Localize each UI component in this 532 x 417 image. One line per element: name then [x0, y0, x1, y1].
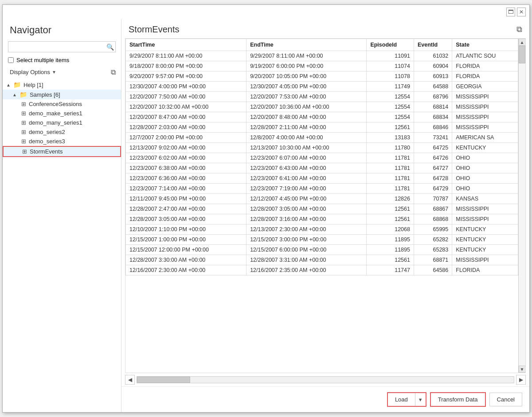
- search-box-wrap: 🔍: [3, 39, 121, 56]
- table-row: 12/23/2007 7:14:00 AM +00:0012/23/2007 7…: [126, 184, 518, 194]
- table-cell: 68867: [414, 204, 452, 214]
- folder-icon-samples: 📁: [20, 91, 27, 98]
- table-row: 12/11/2007 9:45:00 PM +00:0012/12/2007 4…: [126, 194, 518, 204]
- load-dropdown-button[interactable]: ▼: [415, 393, 426, 406]
- table-cell: 12/28/2007 3:05:00 AM +00:00: [246, 204, 367, 214]
- table-cell: 12/23/2007 6:07:00 AM +00:00: [246, 153, 367, 163]
- table-cell: OHIO: [452, 173, 518, 184]
- table-cell: 11781: [367, 163, 414, 173]
- table-cell: 12/12/2007 4:45:00 PM +00:00: [246, 194, 367, 204]
- table-cell: 60913: [414, 71, 452, 82]
- table-header-row: StartTime EndTime EpisodeId EventId Stat…: [126, 39, 518, 51]
- tree-item-demo-many-series1[interactable]: ⊞ demo_many_series1: [3, 118, 121, 127]
- table-row: 12/13/2007 9:02:00 AM +00:0012/13/2007 1…: [126, 143, 518, 153]
- title-bar: 🗖 ✕: [3, 5, 529, 19]
- export-icon[interactable]: ⧉: [516, 25, 522, 34]
- table-cell: 12554: [367, 112, 414, 122]
- tree-item-demo-series3[interactable]: ⊞ demo_series3: [3, 137, 121, 146]
- tree-item-samples[interactable]: ▲ 📁 Samples [6]: [3, 90, 121, 99]
- table-cell: 12561: [367, 214, 414, 224]
- scroll-right-button[interactable]: ▶: [516, 375, 526, 385]
- table-row: 12/15/2007 12:00:00 PM +00:0012/15/2007 …: [126, 245, 518, 255]
- tree-item-help[interactable]: ▲ 📁 Help [1]: [3, 80, 121, 90]
- table-cell: 68814: [414, 102, 452, 112]
- col-header-episodeid: EpisodeId: [367, 39, 414, 51]
- table-cell: MISSISSIPPI: [452, 92, 518, 102]
- cancel-button[interactable]: Cancel: [489, 393, 522, 406]
- title-bar-buttons: 🗖 ✕: [506, 8, 526, 16]
- left-panel: Navigator 🔍 Select multiple items Displa…: [3, 19, 121, 412]
- table-cell: 64726: [414, 153, 452, 163]
- close-button[interactable]: ✕: [517, 8, 526, 16]
- table-cell: 70787: [414, 194, 452, 204]
- table-cell: 68871: [414, 255, 452, 265]
- table-cell: 11749: [367, 82, 414, 92]
- h-scroll-track[interactable]: [137, 376, 514, 383]
- search-input[interactable]: [8, 41, 116, 52]
- tree-item-stormevents[interactable]: ⊞ StormEvents: [3, 146, 121, 157]
- h-scroll-thumb[interactable]: [137, 377, 190, 383]
- search-icon-button[interactable]: 🔍: [106, 43, 114, 51]
- table-cell: 11091: [367, 51, 414, 61]
- scroll-thumb[interactable]: [519, 46, 525, 63]
- select-multiple-checkbox[interactable]: [8, 57, 14, 63]
- refresh-icon-button[interactable]: ⧉: [111, 68, 116, 76]
- table-cell: 60904: [414, 61, 452, 71]
- table-body: 9/29/2007 8:11:00 AM +00:009/29/2007 8:1…: [126, 51, 518, 275]
- scroll-up-button[interactable]: ▲: [519, 39, 526, 46]
- table-cell: KENTUCKY: [452, 235, 518, 245]
- table-cell: 12/15/2007 6:00:00 PM +00:00: [246, 245, 367, 255]
- scroll-left-button[interactable]: ◀: [125, 375, 135, 385]
- tree-view: ▲ 📁 Help [1] ▲ 📁 Samples [6] ⊞ Conferenc…: [3, 79, 121, 412]
- table-cell: 64588: [414, 82, 452, 92]
- col-header-state: State: [452, 39, 518, 51]
- tree-item-demo-series2[interactable]: ⊞ demo_series2: [3, 127, 121, 137]
- col-header-endtime: EndTime: [246, 39, 367, 51]
- display-options-label: Display Options: [10, 69, 50, 75]
- table-icon-demo-many-series1: ⊞: [21, 119, 26, 126]
- table-cell: 64725: [414, 143, 452, 153]
- minimize-button[interactable]: 🗖: [506, 8, 515, 16]
- table-row: 9/29/2007 8:11:00 AM +00:009/29/2007 8:1…: [126, 51, 518, 61]
- table-cell: 12554: [367, 102, 414, 112]
- table-cell: 12/13/2007 10:30:00 AM +00:00: [246, 143, 367, 153]
- table-cell: KENTUCKY: [452, 224, 518, 235]
- col-header-eventid: EventId: [414, 39, 452, 51]
- table-cell: GEORGIA: [452, 82, 518, 92]
- table-cell: FLORIDA: [452, 265, 518, 275]
- tree-label-conferencesessions: ConferenceSessions: [29, 101, 82, 107]
- table-with-scrollbar: StartTime EndTime EpisodeId EventId Stat…: [125, 38, 526, 373]
- table-cell: 12561: [367, 255, 414, 265]
- tree-item-conferencesessions[interactable]: ⊞ ConferenceSessions: [3, 99, 121, 109]
- table-cell: 11895: [367, 235, 414, 245]
- display-options-button[interactable]: Display Options ▼: [8, 68, 58, 76]
- table-cell: 12/20/2007 8:48:00 AM +00:00: [246, 112, 367, 122]
- table-cell: OHIO: [452, 184, 518, 194]
- transform-data-button[interactable]: Transform Data: [430, 392, 486, 407]
- table-cell: 12/23/2007 6:36:00 AM +00:00: [126, 173, 246, 184]
- table-cell: 12561: [367, 204, 414, 214]
- table-cell: 11747: [367, 265, 414, 275]
- table-cell: 11781: [367, 173, 414, 184]
- scroll-down-button[interactable]: ▼: [519, 366, 526, 373]
- table-cell: 12/10/2007 1:10:00 PM +00:00: [126, 224, 246, 235]
- table-row: 12/28/2007 3:05:00 AM +00:0012/28/2007 3…: [126, 214, 518, 224]
- table-cell: MISSISSIPPI: [452, 255, 518, 265]
- table-cell: FLORIDA: [452, 61, 518, 71]
- table-row: 12/20/2007 7:50:00 AM +00:0012/20/2007 7…: [126, 92, 518, 102]
- table-cell: 64586: [414, 265, 452, 275]
- table-cell: MISSISSIPPI: [452, 214, 518, 224]
- tree-item-demo-make-series1[interactable]: ⊞ demo_make_series1: [3, 109, 121, 118]
- table-inner-scroll[interactable]: StartTime EndTime EpisodeId EventId Stat…: [125, 39, 518, 373]
- table-cell: 9/29/2007 8:11:00 AM +00:00: [126, 51, 246, 61]
- load-button[interactable]: Load: [388, 393, 415, 406]
- table-row: 12/7/2007 2:00:00 PM +00:0012/8/2007 4:0…: [126, 133, 518, 143]
- table-cell: 12561: [367, 122, 414, 133]
- table-cell: ATLANTIC SOU: [452, 51, 518, 61]
- vertical-scrollbar[interactable]: ▲ ▼: [518, 39, 525, 373]
- scroll-track[interactable]: [519, 46, 525, 366]
- folder-icon-help: 📁: [13, 81, 21, 88]
- table-cell: 12/23/2007 6:02:00 AM +00:00: [126, 153, 246, 163]
- table-row: 12/10/2007 1:10:00 PM +00:0012/13/2007 2…: [126, 224, 518, 235]
- table-row: 12/28/2007 2:47:00 AM +00:0012/28/2007 3…: [126, 204, 518, 214]
